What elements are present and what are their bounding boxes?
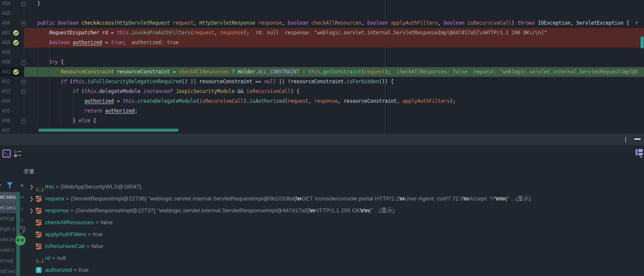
text-segment: ) — [512, 20, 518, 26]
text-segment: boolean — [367, 20, 390, 26]
chevron-right-icon[interactable]: ❯ — [29, 205, 34, 217]
text-segment: rd: null response: "weblogic.servlet.int… — [255, 30, 547, 36]
text-segment: = false — [94, 219, 113, 225]
text-segment: applyAuthFilters — [402, 98, 450, 104]
horizontal-scrollbar[interactable] — [38, 129, 179, 132]
text-segment: } — [26, 0, 40, 6]
variable-text: rd = null — [45, 252, 66, 264]
fold-marker-icon[interactable] — [21, 60, 26, 65]
text-segment: isRecursiveCall — [45, 243, 85, 249]
fold-marker-icon[interactable] — [21, 21, 26, 26]
breakpoint-verified-icon[interactable] — [13, 30, 19, 36]
variable-row[interactable]: checkAllResources = false — [0, 217, 644, 228]
text-segment: rd = — [102, 30, 117, 36]
variable-row[interactable]: ❯{…}this = {WebAppSecurityWLS@18047} — [0, 181, 644, 193]
variable-row[interactable]: {…}rd = null — [0, 252, 644, 264]
code-line-492[interactable]: 492 if (this.isFullSecurityDelegationReq… — [0, 77, 644, 87]
text-segment: ResourceConstraint — [61, 69, 117, 75]
line-number: 494 — [2, 96, 13, 106]
text-segment: isRecursiveCall — [246, 88, 291, 94]
move-up-button[interactable]: ↑ — [18, 205, 26, 213]
code-text: try { — [26, 57, 64, 67]
scrollbar-marker[interactable] — [641, 37, 644, 48]
code-line-495[interactable]: 495 return authorized; — [0, 106, 644, 116]
code-editor[interactable]: 484 }485486 public boolean checkAccess(H… — [0, 0, 644, 134]
text-segment: \n — [399, 195, 405, 202]
variable-row[interactable]: isRecursiveCall = false — [0, 240, 644, 252]
more-options-icon[interactable]: ⋮ — [623, 135, 629, 143]
chevron-right-icon[interactable]: ❯ — [29, 193, 34, 205]
variable-row[interactable]: ❯response = {ServletResponseImpl@22737} … — [0, 205, 644, 217]
variable-row[interactable]: 1authorized = true — [0, 264, 644, 276]
indent-guide — [61, 77, 62, 128]
text-segment: && — [235, 88, 247, 94]
evaluate-glasses-icon[interactable] — [15, 235, 26, 245]
code-line-485[interactable]: 485 — [0, 8, 644, 18]
variable-row[interactable]: ❯request = {ServletRequestImpl@22736} "w… — [0, 193, 644, 205]
text-segment: Accept: */* — [469, 195, 496, 202]
minimize-icon[interactable] — [634, 138, 641, 140]
fold-marker-icon[interactable] — [21, 2, 26, 6]
text-segment: \n — [464, 195, 469, 202]
code-line-491[interactable]: 491 ResourceConstraint resourceConstrain… — [0, 67, 644, 77]
text-segment: checkAllResources: false request: "weblo… — [397, 69, 638, 75]
line-number: 496 — [2, 116, 13, 126]
chevron-right-icon[interactable]: ❯ — [29, 181, 34, 193]
fold-marker-icon[interactable] — [21, 119, 26, 124]
text-segment: = false — [85, 243, 103, 249]
text-segment: \r\n — [360, 207, 369, 214]
line-number: 490 — [2, 57, 13, 67]
text-segment: = {ServletRequestImpl@22736} "weblogic.s… — [64, 195, 296, 202]
text-segment: this — [308, 69, 320, 75]
variables-tree[interactable]: ❯{…}this = {WebAppSecurityWLS@18047}❯req… — [0, 145, 644, 276]
fold-marker-icon[interactable] — [21, 90, 26, 94]
text-segment: checkAllResources — [311, 20, 362, 26]
text-segment: this — [117, 30, 129, 36]
variable-text: authorized = true — [45, 264, 88, 276]
ide-debug-window: 484 }485486 public boolean checkAccess(H… — [0, 0, 644, 276]
code-line-494[interactable]: 494 authorized = this.createDelegateModu… — [0, 96, 644, 106]
code-line-487[interactable]: 487 RequestDispatcher rd = this.invokePr… — [0, 28, 644, 38]
variable-row[interactable]: applyAuthFilters = true — [0, 228, 644, 240]
text-segment: , — [214, 30, 220, 36]
breakpoint-verified-icon[interactable] — [13, 69, 19, 75]
text-segment: ); — [450, 98, 456, 104]
text-segment: ()) { — [379, 79, 394, 84]
code-line-496[interactable]: 496 } else { — [0, 116, 644, 126]
text-segment: : — [299, 69, 308, 75]
code-line-488[interactable]: 488 boolean authorized = true; authorize… — [0, 38, 644, 48]
text-segment: boolean — [444, 20, 467, 26]
move-down-button[interactable]: ↓ — [18, 215, 26, 224]
parameter-icon — [36, 243, 43, 250]
code-line-493[interactable]: 493 if (this.delegateModule instanceof J… — [0, 87, 644, 96]
text-segment: else — [79, 118, 94, 124]
text-segment: GET /console/console.portal HTTP/1.1 — [301, 195, 399, 202]
text-segment: ]" ...(显示) — [506, 195, 531, 202]
text-segment: , resourceConstraint, — [338, 98, 402, 104]
copy-icon[interactable] — [18, 226, 26, 234]
text-segment: ALL_CONSTRAINT — [258, 69, 299, 75]
line-number: 491 — [2, 67, 13, 77]
code-line-484[interactable]: 484 } — [0, 0, 644, 8]
text-segment: checkAccess — [82, 20, 114, 26]
text-segment: isRecursiveCall — [199, 98, 244, 104]
panel-divider-bar[interactable]: ⋮ — [0, 134, 644, 145]
text-segment: = {ServletResponseImpl@22737} "weblogic.… — [69, 207, 310, 214]
text-segment: isFullSecurityDelegationRequired — [87, 79, 182, 84]
text-segment: HttpServletRequest — [117, 20, 173, 26]
add-watch-button[interactable]: + — [18, 181, 26, 190]
remove-watch-button[interactable]: − — [18, 193, 26, 202]
text-segment: ; — [123, 39, 132, 45]
line-number: 488 — [2, 38, 13, 48]
code-line-489[interactable]: 489 — [0, 48, 644, 57]
text-segment: response — [220, 30, 243, 36]
breakpoint-verified-icon[interactable] — [13, 40, 19, 45]
text-segment: HttpServletResponse — [199, 20, 258, 26]
line-number: 489 — [2, 48, 13, 57]
line-number: 486 — [2, 18, 13, 28]
fold-marker-icon[interactable] — [21, 80, 26, 84]
code-text: authorized = this.createDelegateModule(i… — [26, 96, 456, 106]
text-segment: authorized — [105, 108, 134, 114]
code-line-486[interactable]: 486 public boolean checkAccess(HttpServl… — [0, 18, 644, 28]
code-line-490[interactable]: 490 try { — [0, 57, 644, 67]
